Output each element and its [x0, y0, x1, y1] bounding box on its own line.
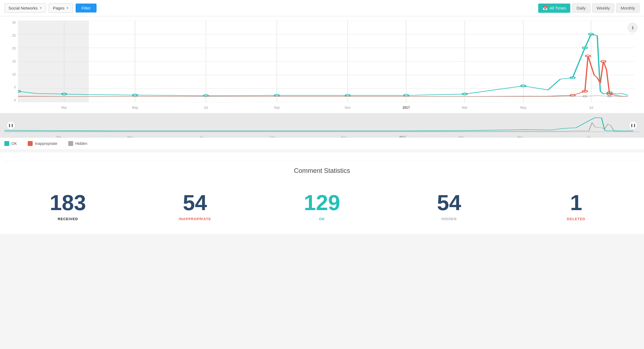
legend-ok-label: OK	[11, 141, 17, 146]
pause-button-right[interactable]: ❚❚	[629, 121, 637, 130]
social-networks-label: Social Networks	[8, 6, 38, 10]
calendar-icon: 📅	[543, 6, 548, 11]
stat-inappropriate: 54 INAPPROPRIATE	[131, 192, 258, 221]
y-axis: 30 25 20 15 10 5 0	[4, 21, 18, 102]
stat-deleted: 1 DELETED	[513, 192, 640, 221]
mini-x-nov1: Nov	[341, 135, 346, 138]
weekly-button[interactable]: Weekly	[592, 3, 615, 13]
legend-section: OK Inappropriate Hidden	[0, 138, 644, 149]
chart-container: 30 25 20 15 10 5 0	[4, 21, 640, 113]
x-label-sep1: Sep	[274, 106, 280, 110]
mini-x-may1: May	[127, 135, 133, 138]
y-label-30: 30	[12, 21, 16, 24]
legend-hidden: Hidden	[68, 141, 87, 146]
stats-grid: 183 RECEIVED 54 INAPPROPRIATE 129 OK 54 …	[4, 192, 640, 221]
stat-received-number: 183	[4, 192, 131, 214]
legend-ok: OK	[4, 141, 17, 146]
minimap-svg	[4, 114, 640, 133]
top-bar: Social Networks ▼ Pages ▼ Filter 📅 All T…	[0, 0, 644, 16]
x-label-jul2: Jul	[589, 106, 593, 110]
stat-deleted-number: 1	[513, 192, 640, 214]
chart-section: 30 25 20 15 10 5 0	[0, 16, 644, 113]
stats-section: Comment Statistics 183 RECEIVED 54 INAPP…	[0, 152, 644, 234]
all-times-button[interactable]: 📅 All Times	[538, 4, 570, 13]
x-label-jul1: Jul	[204, 106, 208, 110]
dropdown-arrow: ▼	[39, 7, 42, 10]
stat-inappropriate-number: 54	[131, 192, 258, 214]
pause-button-left[interactable]: ❚❚	[7, 121, 15, 130]
svg-rect-16	[18, 21, 89, 102]
x-label-may1: May	[132, 106, 138, 110]
y-label-0: 0	[14, 98, 16, 102]
legend-hidden-label: Hidden	[75, 141, 87, 146]
mini-x-mar1: Mar	[56, 135, 61, 138]
x-label-mar2: Mar	[462, 106, 468, 110]
mini-x-may2: May	[517, 135, 523, 138]
x-axis: Mar May Jul Sep Nov 2017 Mar May Jul	[18, 102, 634, 113]
stat-hidden-label: HIDDEN	[386, 217, 513, 221]
social-networks-dropdown[interactable]: Social Networks ▼	[4, 3, 46, 13]
top-bar-left: Social Networks ▼ Pages ▼ Filter	[4, 3, 97, 13]
y-label-20: 20	[12, 46, 16, 50]
y-label-10: 10	[12, 73, 16, 76]
minimap-section: ❚❚ ❚❚ Mar May Jul Sep Nov 2017 Mar May J…	[0, 113, 644, 138]
legend-inappropriate-label: Inappropriate	[35, 141, 57, 146]
download-button[interactable]: ⬇	[628, 23, 637, 33]
stat-received-label: RECEIVED	[4, 217, 131, 221]
mini-x-sep1: Sep	[270, 135, 275, 138]
x-label-nov1: Nov	[345, 106, 351, 110]
minimap-inner: ❚❚ ❚❚ Mar May Jul Sep Nov 2017 Mar May J…	[4, 113, 640, 138]
pages-label: Pages	[53, 6, 64, 10]
stat-deleted-label: DELETED	[513, 217, 640, 221]
pages-arrow: ▼	[66, 7, 69, 10]
y-label-25: 25	[12, 34, 16, 38]
daily-button[interactable]: Daily	[572, 3, 590, 13]
x-label-may2: May	[520, 106, 527, 110]
y-label-5: 5	[14, 85, 16, 89]
legend-hidden-color	[68, 141, 73, 146]
stat-ok-label: OK	[258, 217, 385, 221]
stats-title: Comment Statistics	[4, 161, 640, 179]
legend-ok-color	[4, 141, 9, 146]
stat-inappropriate-label: INAPPROPRIATE	[131, 217, 258, 221]
x-label-mar1: Mar	[61, 106, 67, 110]
top-bar-right: 📅 All Times Daily Weekly Monthly	[538, 3, 640, 13]
mini-x-jul1: Jul	[199, 135, 203, 138]
legend-inappropriate-color	[28, 141, 33, 146]
stat-hidden-number: 54	[386, 192, 513, 214]
stat-ok-number: 129	[258, 192, 385, 214]
stat-received: 183 RECEIVED	[4, 192, 131, 221]
main-chart-svg	[18, 21, 634, 102]
legend-inappropriate: Inappropriate	[28, 141, 57, 146]
filter-button[interactable]: Filter	[76, 4, 97, 13]
mini-x-2017: 2017	[399, 135, 406, 138]
mini-x-jul2: Jul	[586, 135, 590, 138]
monthly-button[interactable]: Monthly	[616, 3, 640, 13]
mini-x-mar2: Mar	[459, 135, 464, 138]
stat-ok: 129 OK	[258, 192, 385, 221]
all-times-label: All Times	[549, 6, 566, 10]
stat-hidden: 54 HIDDEN	[386, 192, 513, 221]
y-label-15: 15	[12, 60, 16, 63]
x-label-2017: 2017	[403, 106, 410, 110]
pages-dropdown[interactable]: Pages ▼	[49, 3, 73, 13]
